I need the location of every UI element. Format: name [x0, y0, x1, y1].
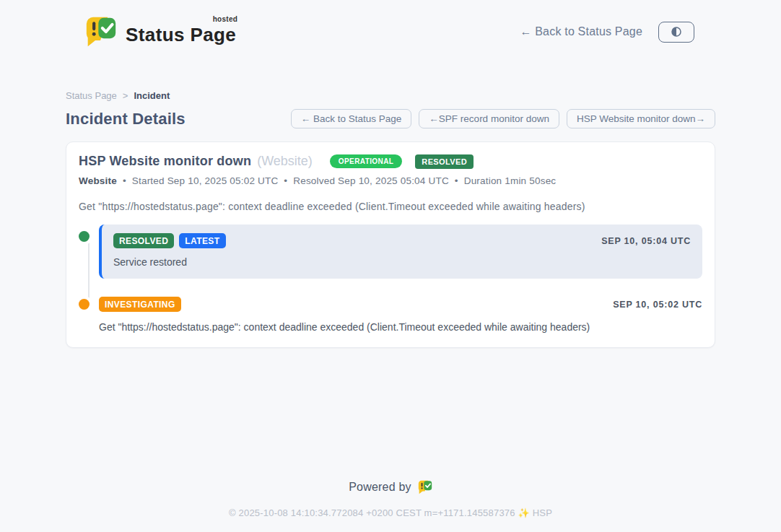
latest-update-box: RESOLVED LATEST SEP 10, 05:04 UTC Servic…: [99, 224, 702, 279]
page-title: Incident Details: [66, 110, 186, 128]
header: Status Page hosted ← Back to Status Page: [0, 0, 781, 53]
header-actions: ← Back to Status Page: [520, 22, 694, 43]
resolved-status-badge: RESOLVED: [415, 154, 474, 169]
timeline-dot-investigating: [79, 299, 90, 310]
footer: Powered by © 2025-10-08 14:10:34.772084 …: [0, 479, 781, 518]
brand-superscript: hosted: [213, 15, 238, 23]
breadcrumb-separator: >: [123, 90, 128, 101]
breadcrumb: Status Page > Incident: [66, 90, 715, 101]
incident-description: Get "https://hostedstatus.page": context…: [79, 201, 702, 212]
header-back-link[interactable]: ← Back to Status Page: [520, 25, 642, 38]
incident-timeline: RESOLVED LATEST SEP 10, 05:04 UTC Servic…: [79, 224, 702, 333]
incident-title-row: HSP Website monitor down (Website) OPERA…: [79, 154, 702, 169]
meta-separator: •: [284, 175, 287, 186]
incident-scope: (Website): [257, 154, 313, 169]
title-row: Incident Details ← Back to Status Page ←…: [66, 109, 715, 128]
incident-meta: Website • Started Sep 10, 2025 05:02 UTC…: [79, 175, 702, 186]
meta-separator: •: [455, 175, 458, 186]
latest-badge: LATEST: [179, 233, 225, 248]
footer-brand-icon[interactable]: [418, 479, 432, 495]
breadcrumb-incident: Incident: [134, 90, 170, 101]
timeline-dot-resolved: [79, 231, 90, 242]
update-timestamp: SEP 10, 05:04 UTC: [601, 236, 691, 246]
update-timestamp: SEP 10, 05:02 UTC: [613, 300, 702, 310]
meta-resolved: Resolved Sep 10, 2025 05:04 UTC: [293, 175, 449, 186]
copyright-text: © 2025-10-08 14:10:34.772084 +0200 CEST …: [0, 507, 781, 518]
brand-name: Status Page: [126, 24, 236, 45]
prev-incident-button[interactable]: ←SPF record monitor down: [419, 109, 559, 128]
brand-bubble-icon: [85, 14, 117, 49]
half-circle-icon: [670, 25, 683, 38]
timeline-entry-investigating: INVESTIGATING SEP 10, 05:02 UTC Get "htt…: [79, 297, 702, 333]
back-to-status-page-button[interactable]: ← Back to Status Page: [291, 109, 412, 128]
meta-separator: •: [123, 175, 126, 186]
update-message: Service restored: [113, 256, 691, 268]
meta-started: Started Sep 10, 2025 05:02 UTC: [132, 175, 279, 186]
brand-logo[interactable]: Status Page hosted: [85, 14, 236, 49]
brand-wordmark: Status Page hosted: [126, 18, 236, 46]
meta-component: Website: [79, 175, 117, 186]
incident-nav-buttons: ← Back to Status Page ←SPF record monito…: [291, 109, 715, 128]
theme-toggle-button[interactable]: [658, 22, 694, 43]
powered-by: Powered by: [349, 479, 432, 495]
powered-by-text: Powered by: [349, 481, 411, 494]
update-status-badge: RESOLVED: [113, 233, 174, 248]
main-content: Status Page > Incident Incident Details …: [66, 90, 715, 348]
incident-card: HSP Website monitor down (Website) OPERA…: [66, 141, 715, 348]
meta-duration: Duration 1min 50sec: [464, 175, 557, 186]
breadcrumb-status-page[interactable]: Status Page: [66, 90, 117, 101]
incident-title: HSP Website monitor down: [79, 154, 251, 169]
update-status-badge: INVESTIGATING: [99, 297, 181, 312]
timeline-entry-resolved: RESOLVED LATEST SEP 10, 05:04 UTC Servic…: [79, 224, 702, 279]
operational-badge: OPERATIONAL: [330, 154, 402, 168]
investigating-update-body: INVESTIGATING SEP 10, 05:02 UTC Get "htt…: [99, 297, 702, 333]
update-message: Get "https://hostedstatus.page": context…: [99, 321, 702, 333]
next-incident-button[interactable]: HSP Website monitor down→: [567, 109, 715, 128]
